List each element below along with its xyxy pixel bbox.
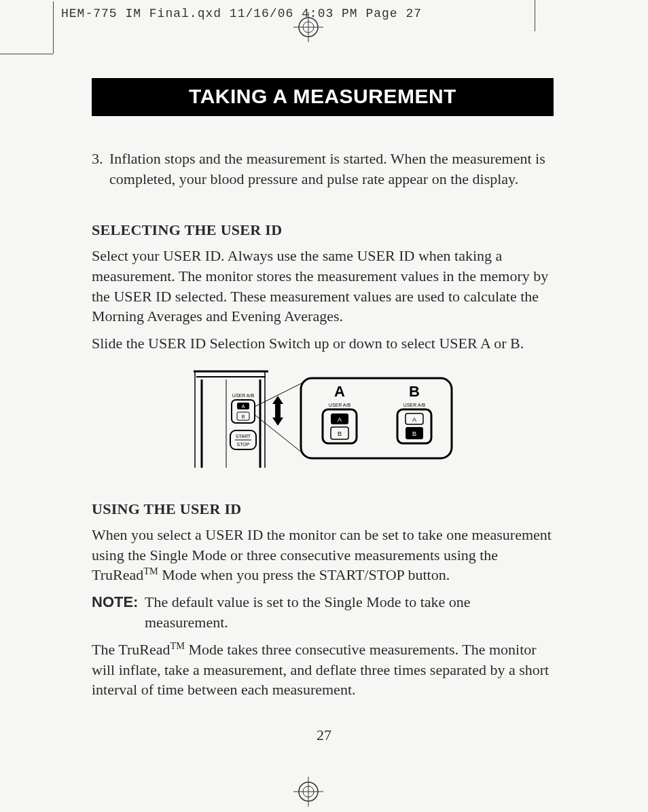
section-title: TAKING A MEASUREMENT	[92, 78, 554, 116]
page-number: 27	[0, 726, 648, 744]
crop-mark-left-v	[53, 1, 54, 54]
svg-text:A: A	[412, 416, 416, 423]
heading-selecting-user-id: SELECTING THE USER ID	[92, 221, 554, 239]
svg-text:USER A/B: USER A/B	[329, 403, 351, 407]
crop-mark-right	[535, 0, 535, 31]
page-content: TAKING A MEASUREMENT 3. Inflation stops …	[92, 78, 554, 700]
svg-text:A: A	[242, 404, 245, 409]
using-p2: The TruReadTM Mode takes three consecuti…	[92, 640, 554, 700]
note-label: NOTE:	[92, 592, 145, 632]
step-3: 3. Inflation stops and the measurement i…	[92, 149, 554, 189]
note: NOTE: The default value is set to the Si…	[92, 592, 554, 632]
registration-mark-top-icon	[293, 12, 323, 42]
label-a: A	[334, 383, 345, 400]
label-b: B	[409, 383, 420, 400]
label-stop: STOP	[237, 442, 250, 447]
label-start: START	[236, 434, 251, 439]
label-user-ab: USER A/B	[232, 393, 255, 398]
step-number: 3.	[92, 149, 109, 189]
svg-text:B: B	[412, 430, 416, 437]
svg-text:B: B	[338, 430, 342, 437]
step-text: Inflation stops and the measurement is s…	[109, 149, 554, 189]
user-id-switch-diagram: USER A/B A B START STOP A USER A/B	[187, 366, 458, 468]
svg-rect-23	[275, 404, 281, 418]
svg-text:A: A	[338, 416, 342, 423]
svg-marker-24	[272, 418, 283, 426]
svg-text:USER A/B: USER A/B	[403, 403, 426, 407]
selecting-p2: Slide the USER ID Selection Switch up or…	[92, 333, 554, 354]
note-text: The default value is set to the Single M…	[145, 592, 554, 632]
registration-mark-bottom-icon	[293, 777, 323, 807]
crop-mark-left-h	[0, 54, 53, 54]
using-p1: When you select a USER ID the monitor ca…	[92, 525, 554, 585]
selecting-p1: Select your USER ID. Always use the same…	[92, 246, 554, 327]
print-slug: HEM-775 IM Final.qxd 11/16/06 4:03 PM Pa…	[61, 7, 422, 20]
svg-text:B: B	[242, 414, 245, 419]
updown-arrow-icon	[272, 396, 283, 426]
heading-using-user-id: USING THE USER ID	[92, 500, 554, 518]
